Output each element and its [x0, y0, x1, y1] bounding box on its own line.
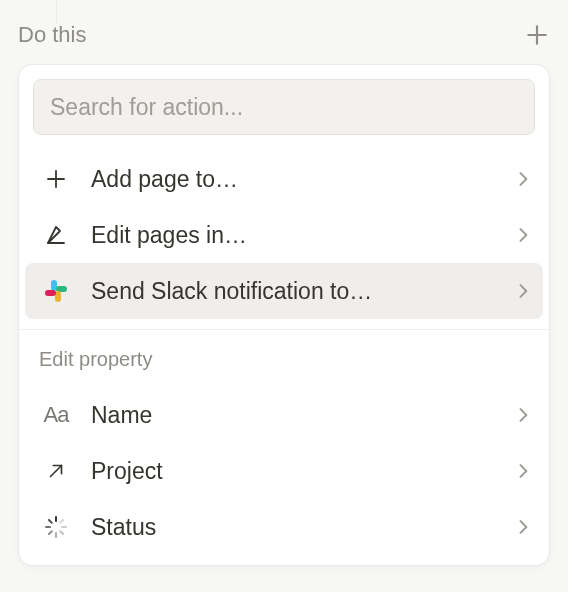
actions-list: Add page to… Edit pages in… [19, 145, 549, 319]
plus-icon [524, 22, 550, 48]
edit-property-header: Edit property [19, 330, 549, 381]
action-send-slack[interactable]: Send Slack notification to… [25, 263, 543, 319]
svg-line-12 [49, 531, 52, 534]
property-label: Project [79, 458, 513, 485]
slack-icon [33, 278, 79, 304]
chevron-right-icon [513, 461, 533, 481]
svg-line-13 [60, 520, 63, 523]
chevron-right-icon [513, 517, 533, 537]
plus-icon [33, 167, 79, 191]
search-input[interactable] [33, 79, 535, 135]
svg-line-8 [49, 520, 52, 523]
action-label: Add page to… [79, 166, 513, 193]
chevron-right-icon [513, 169, 533, 189]
property-status[interactable]: Status [25, 499, 543, 555]
action-edit-pages[interactable]: Edit pages in… [25, 207, 543, 263]
arrow-up-right-icon [33, 460, 79, 482]
properties-list: Aa Name Project [19, 381, 549, 555]
vertical-divider [56, 0, 57, 24]
add-action-button[interactable] [524, 22, 550, 48]
action-add-page[interactable]: Add page to… [25, 151, 543, 207]
status-icon [33, 515, 79, 539]
edit-icon [33, 223, 79, 247]
property-label: Status [79, 514, 513, 541]
action-label: Edit pages in… [79, 222, 513, 249]
svg-line-9 [60, 531, 63, 534]
search-container [19, 65, 549, 145]
chevron-right-icon [513, 405, 533, 425]
property-project[interactable]: Project [25, 443, 543, 499]
chevron-right-icon [513, 225, 533, 245]
action-label: Send Slack notification to… [79, 278, 513, 305]
svg-line-5 [51, 466, 62, 477]
text-icon: Aa [33, 402, 79, 428]
chevron-right-icon [513, 281, 533, 301]
section-title: Do this [18, 22, 86, 48]
action-picker-panel: Add page to… Edit pages in… [18, 64, 550, 566]
property-label: Name [79, 402, 513, 429]
property-name[interactable]: Aa Name [25, 387, 543, 443]
section-header: Do this [18, 22, 550, 48]
